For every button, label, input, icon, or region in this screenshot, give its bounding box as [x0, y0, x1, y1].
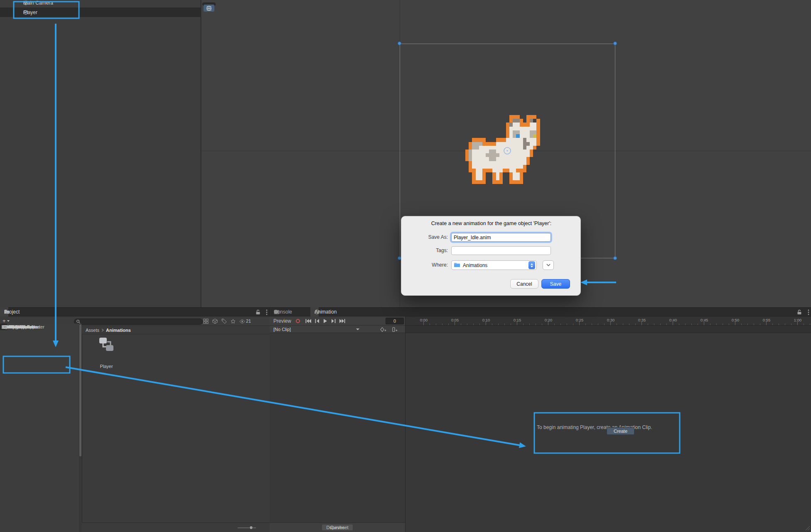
chevron-down-icon[interactable]	[356, 329, 359, 330]
expand-dialog-button[interactable]	[543, 260, 554, 270]
create-asset-button[interactable]: +	[2, 318, 10, 324]
hierarchy-item-player[interactable]: Player	[0, 7, 201, 17]
tab-project[interactable]: Project	[0, 307, 8, 316]
animation-menu-kebab-icon[interactable]	[805, 309, 811, 315]
previous-key-button[interactable]	[315, 319, 319, 323]
hidden-count-badge: 21	[246, 319, 251, 324]
preview-toggle[interactable]: Preview	[273, 318, 291, 324]
breadcrumb: Assets Animations	[82, 326, 270, 334]
tags-input[interactable]	[451, 246, 551, 255]
tab-animation-label: Animation	[315, 309, 337, 315]
window-resize-grip[interactable]	[805, 526, 810, 531]
hierarchy-panel: Main CameraPlayer	[0, 0, 201, 307]
create-clip-button[interactable]: Create	[607, 427, 634, 435]
search-by-type-icon[interactable]	[202, 318, 209, 324]
breadcrumb-root[interactable]: Assets	[86, 328, 99, 333]
empty-state-message: To begin animating Player, create an Ani…	[537, 424, 652, 430]
animator-controller-icon[interactable]	[97, 336, 116, 352]
project-lock-icon[interactable]	[255, 309, 261, 315]
breadcrumb-chevron-icon	[101, 329, 104, 332]
thumbnail-zoom-slider[interactable]	[238, 527, 256, 528]
search-input[interactable]	[81, 319, 197, 324]
animation-lock-icon[interactable]	[796, 309, 803, 315]
tab-animation[interactable]: Animation	[310, 307, 319, 316]
package-icon[interactable]	[211, 318, 218, 324]
tree-scrollbar-thumb[interactable]	[79, 324, 81, 456]
ruler-label: 0:15	[511, 318, 524, 322]
add-event-button[interactable]	[391, 327, 398, 332]
animation-mode-bar: Dopesheet Curves	[270, 522, 405, 532]
plus-label: +	[2, 318, 6, 324]
tab-console[interactable]: Console	[270, 307, 278, 316]
ruler-label: 0:10	[479, 318, 493, 322]
selection-handle-bottom-right[interactable]	[613, 256, 617, 260]
scene-toolbar	[202, 2, 216, 6]
asset-label[interactable]: Player	[89, 364, 124, 369]
save-as-label: Save As:	[401, 234, 448, 240]
transport-controls	[305, 319, 345, 323]
visibility-eye-icon[interactable]	[239, 318, 246, 324]
animation-properties-area	[270, 333, 405, 522]
ruler-label: 0:20	[542, 318, 555, 322]
pivot-gizmo-icon	[501, 145, 513, 157]
ruler-label: 0:00	[417, 318, 430, 322]
search-by-favorite-icon[interactable]	[230, 318, 236, 324]
clip-dropdown[interactable]: [No Clip]	[273, 327, 291, 332]
ruler-label: 0:30	[604, 318, 617, 322]
project-content-area	[82, 326, 270, 532]
breadcrumb-current[interactable]: Animations	[106, 328, 131, 333]
ruler-label: 0:05	[448, 318, 462, 322]
hierarchy-item-label: Player	[23, 10, 37, 15]
dropdown-stepper-icon[interactable]	[528, 261, 535, 269]
current-frame-field[interactable]: 0	[386, 318, 404, 324]
save-animation-dialog: Create a new animation for the game obje…	[401, 216, 581, 296]
unity-editor-window: Main CameraPlayer Project Console Animat…	[0, 0, 811, 532]
cancel-button[interactable]: Cancel	[510, 279, 538, 289]
chevron-down-icon	[7, 320, 10, 322]
tree-item-collections[interactable]: ▸Collections	[0, 324, 7, 330]
tree-item-label: Collections	[2, 324, 25, 329]
tab-console-label: Console	[274, 309, 292, 315]
search-by-label-icon[interactable]	[221, 318, 227, 324]
hierarchy-item-label: Main Camera	[23, 0, 53, 6]
ruler-label: 0:35	[635, 318, 649, 322]
curves-button[interactable]: Curves	[326, 525, 349, 530]
where-dropdown[interactable]: Animations	[451, 260, 537, 270]
project-folder-tree: ▾FavoritesAll MaterialsAll ModelsAll Pre…	[0, 324, 79, 532]
selection-handle-top-right[interactable]	[613, 42, 617, 45]
ruler-label: 0:40	[666, 318, 680, 322]
save-button[interactable]: Save	[541, 279, 570, 289]
folder-icon	[454, 262, 460, 269]
editor-tool[interactable]	[204, 5, 214, 12]
ruler-label: 0:25	[573, 318, 586, 322]
ruler-label: 0:45	[698, 318, 711, 322]
bottom-tab-strip	[0, 307, 811, 316]
ruler-label: 1:00	[791, 318, 804, 322]
tab-project-label: Project	[4, 309, 20, 315]
hierarchy-item-main-camera[interactable]: Main Camera	[0, 0, 201, 7]
play-button[interactable]	[323, 319, 327, 323]
dialog-title: Create a new animation for the game obje…	[401, 221, 581, 226]
save-as-input[interactable]	[451, 233, 551, 242]
project-menu-kebab-icon[interactable]	[263, 309, 270, 315]
project-search-field[interactable]	[74, 319, 203, 325]
selection-handle-top-left[interactable]	[398, 42, 401, 45]
timeline-ruler[interactable]: 0:000:050:100:150:200:250:300:350:400:45…	[405, 316, 811, 326]
ruler-label: 0:55	[760, 318, 773, 322]
next-key-button[interactable]	[331, 319, 336, 323]
go-to-end-button[interactable]	[339, 319, 345, 323]
ruler-label: 0:50	[729, 318, 742, 322]
add-keyframe-button[interactable]	[379, 327, 387, 332]
timeline-event-row	[405, 326, 811, 333]
go-to-start-button[interactable]	[305, 319, 311, 323]
where-value: Animations	[463, 262, 487, 268]
where-label: Where:	[401, 262, 448, 268]
record-button[interactable]	[296, 319, 300, 323]
tags-label: Tags:	[401, 248, 448, 253]
thumbnail-zoom-knob[interactable]	[249, 526, 253, 530]
